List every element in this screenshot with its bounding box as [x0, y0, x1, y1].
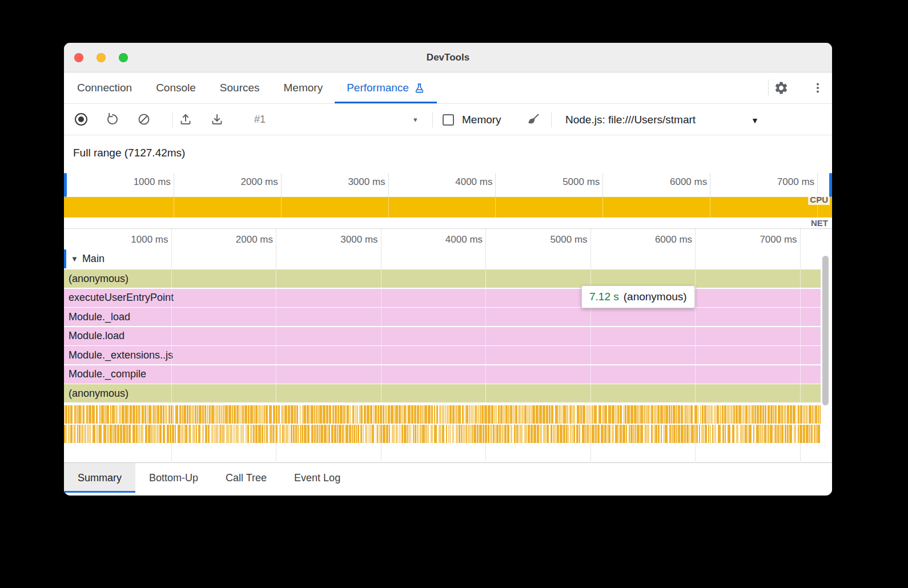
activity-sliver	[275, 425, 275, 443]
activity-sliver	[570, 405, 572, 424]
bottom-tab-summary[interactable]: Summary	[64, 463, 135, 493]
activity-sliver	[289, 425, 290, 443]
flame-scrollbar[interactable]	[821, 251, 832, 461]
activity-sliver	[225, 405, 228, 424]
activity-sliver	[812, 405, 813, 424]
activity-sliver	[768, 405, 770, 424]
activity-sliver	[809, 425, 810, 443]
activity-sliver	[159, 425, 162, 443]
activity-sliver	[400, 425, 400, 443]
target-dropdown-caret-icon[interactable]: ▼	[751, 116, 759, 125]
activity-sliver	[646, 405, 648, 424]
activity-sliver	[635, 425, 636, 443]
tab-connection[interactable]: Connection	[65, 73, 144, 103]
minimize-window-button[interactable]	[97, 53, 106, 62]
save-profile-icon[interactable]	[210, 112, 224, 126]
activity-sliver	[311, 425, 314, 443]
stripe-band-2[interactable]	[64, 425, 821, 443]
reload-and-record-icon[interactable]	[106, 112, 119, 126]
activity-sliver	[168, 405, 170, 424]
memory-checkbox[interactable]	[443, 114, 454, 126]
activity-sliver	[208, 425, 210, 443]
activity-sliver	[192, 425, 195, 443]
activity-sliver	[283, 405, 284, 424]
activity-sliver	[407, 405, 407, 424]
activity-sliver	[700, 405, 701, 424]
activity-sliver	[615, 405, 617, 424]
activity-sliver	[520, 425, 523, 443]
stripe-band-1[interactable]	[64, 405, 821, 424]
window-title: DevTools	[427, 52, 469, 63]
toolbar-separator	[551, 112, 552, 127]
tab-memory[interactable]: Memory	[272, 73, 335, 103]
load-profile-icon[interactable]	[179, 112, 192, 126]
activity-sliver	[365, 425, 367, 443]
top-tab-list: ConnectionConsoleSourcesMemoryPerformanc…	[64, 73, 832, 103]
activity-sliver	[234, 425, 234, 443]
net-band[interactable]	[64, 218, 832, 229]
activity-sliver	[307, 425, 310, 443]
collect-garbage-icon[interactable]	[527, 112, 540, 126]
settings-gear-icon[interactable]	[774, 80, 789, 95]
activity-sliver	[279, 425, 281, 443]
activity-sliver	[690, 405, 693, 424]
activity-sliver	[222, 425, 223, 443]
overview-ruler-labels: 1000 ms2000 ms3000 ms4000 ms5000 ms6000 …	[66, 176, 831, 190]
activity-sliver	[250, 425, 252, 443]
activity-sliver	[582, 425, 585, 443]
activity-sliver	[471, 425, 471, 443]
activity-sliver	[442, 405, 444, 424]
activity-sliver	[153, 405, 155, 424]
activity-sliver	[198, 425, 200, 443]
activity-sliver	[516, 425, 518, 443]
record-button[interactable]	[75, 113, 87, 126]
activity-sliver	[626, 425, 627, 443]
target-selector[interactable]: Node.js: file:///Users/stmart	[565, 104, 696, 135]
range-handle-right[interactable]	[829, 173, 832, 197]
activity-sliver	[787, 405, 789, 424]
tab-sources[interactable]: Sources	[208, 73, 272, 103]
tooltip-function: (anonymous)	[624, 291, 687, 303]
activity-sliver	[239, 405, 240, 424]
activity-sliver	[262, 425, 263, 443]
more-options-icon[interactable]	[811, 81, 825, 95]
net-label: NET	[809, 218, 830, 228]
activity-sliver	[302, 425, 303, 443]
activity-sliver	[582, 405, 585, 424]
activity-sliver	[253, 425, 255, 443]
activity-sliver	[183, 405, 186, 424]
activity-sliver	[655, 425, 657, 443]
flame-scrollbar-thumb[interactable]	[822, 256, 829, 405]
activity-sliver	[226, 425, 229, 443]
activity-sliver	[533, 425, 536, 443]
clear-recording-icon[interactable]	[137, 112, 151, 126]
activity-sliver	[644, 425, 645, 443]
tab-console[interactable]: Console	[144, 73, 208, 103]
activity-sliver	[276, 405, 278, 424]
activity-sliver	[235, 425, 235, 443]
maximize-window-button[interactable]	[119, 53, 128, 62]
tab-performance[interactable]: Performance	[335, 73, 437, 103]
activity-sliver	[539, 405, 542, 424]
history-selector[interactable]: #1	[254, 104, 266, 135]
bottom-tab-call-tree[interactable]: Call Tree	[212, 463, 280, 493]
activity-sliver	[604, 425, 606, 443]
history-dropdown-caret-icon[interactable]: ▾	[413, 115, 417, 124]
bottom-tab-bottom-up[interactable]: Bottom-Up	[135, 463, 212, 493]
activity-sliver	[725, 425, 726, 443]
close-window-button[interactable]	[74, 53, 83, 62]
cpu-band[interactable]	[64, 197, 832, 218]
bottom-tab-label: Call Tree	[226, 472, 267, 484]
timeline-overview[interactable]: 1000 ms2000 ms3000 ms4000 ms5000 ms6000 …	[66, 173, 831, 228]
activity-sliver	[728, 425, 730, 443]
activity-sliver	[103, 425, 106, 443]
activity-sliver	[817, 425, 820, 443]
activity-sliver	[64, 405, 65, 424]
activity-sliver	[589, 425, 591, 443]
activity-sliver	[651, 425, 653, 443]
activity-sliver	[809, 405, 811, 424]
activity-sliver	[244, 405, 247, 424]
activity-sliver	[630, 425, 633, 443]
range-handle-left[interactable]	[64, 173, 67, 197]
bottom-tab-event-log[interactable]: Event Log	[280, 463, 354, 493]
